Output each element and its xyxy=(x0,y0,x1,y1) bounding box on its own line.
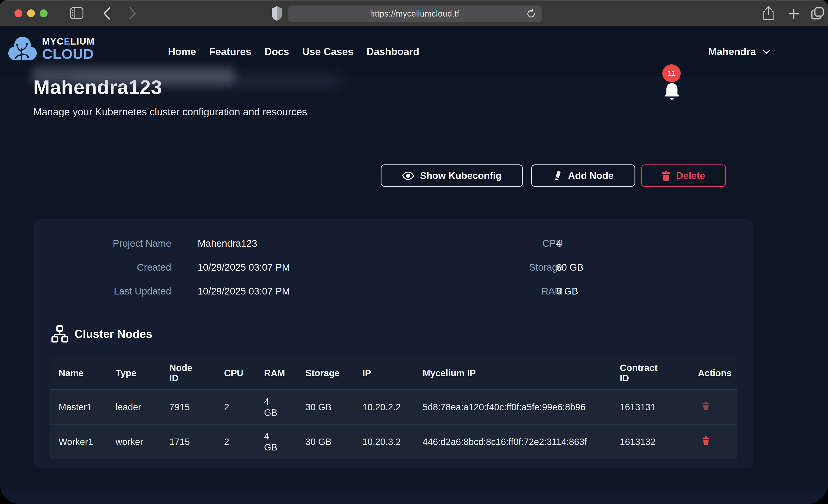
url-bar[interactable]: https://myceliumcloud.tf xyxy=(288,5,542,22)
page-subtitle: Manage your Kubernetes cluster configura… xyxy=(33,106,307,118)
minimize-window-button[interactable] xyxy=(27,9,35,17)
brand-logo[interactable]: MYCELIUM CLOUD xyxy=(7,35,95,63)
node-actions xyxy=(690,390,737,424)
bell-icon xyxy=(661,81,683,103)
col-contract-id: Contract ID xyxy=(611,357,690,390)
col-node-id: Node ID xyxy=(161,357,215,390)
cloud-logo-icon xyxy=(7,35,38,63)
col-ip: IP xyxy=(354,357,414,390)
cluster-nodes-table: Name Type Node ID CPU RAM Storage IP Myc… xyxy=(50,357,737,459)
chevron-down-icon xyxy=(762,49,771,54)
delete-node-button[interactable] xyxy=(698,436,709,445)
browser-chrome: https://myceliumcloud.tf xyxy=(0,0,828,26)
col-mycelium-ip: Mycelium IP xyxy=(414,357,611,390)
ram-label: RAM xyxy=(393,286,563,297)
brand-line1: MYCELIUM xyxy=(42,37,95,46)
node-cpu: 2 xyxy=(215,424,255,459)
privacy-blur-overlay-2 xyxy=(76,75,340,86)
user-name: Mahendra xyxy=(708,46,756,57)
node-contract-id: 1613131 xyxy=(611,390,690,424)
delete-cluster-button[interactable]: Delete xyxy=(641,165,726,187)
browser-window: https://myceliumcloud.tf xyxy=(0,0,828,504)
cluster-nodes-title: Cluster Nodes xyxy=(75,327,152,341)
privacy-shield-icon[interactable] xyxy=(271,5,283,21)
node-name: Master1 xyxy=(50,390,107,424)
notification-badge: 11 xyxy=(662,64,681,82)
node-ip: 10.20.2.2 xyxy=(354,390,414,424)
last-updated-label: Last Updated xyxy=(34,286,171,297)
table-row: Master1 leader 7915 2 4 GB 30 GB 10.20.2… xyxy=(50,390,737,424)
node-type: leader xyxy=(107,390,161,424)
node-type: worker xyxy=(107,424,161,459)
nav-link-home[interactable]: Home xyxy=(168,46,196,57)
cluster-details-panel: Project Name Mahendra123 Created 10/29/2… xyxy=(34,219,753,468)
col-cpu: CPU xyxy=(215,357,255,390)
cpu-value: 4 xyxy=(556,238,562,249)
project-name-label: Project Name xyxy=(34,238,171,249)
show-kubeconfig-button[interactable]: Show Kubeconfig xyxy=(381,165,523,187)
created-label: Created xyxy=(34,262,171,273)
share-icon[interactable] xyxy=(762,6,775,21)
tab-overview-icon[interactable] xyxy=(811,6,825,20)
node-ip: 10.20.3.2 xyxy=(354,424,414,459)
trash-icon xyxy=(662,171,670,181)
forward-button[interactable] xyxy=(129,7,136,20)
col-storage: Storage xyxy=(297,357,354,390)
back-button[interactable] xyxy=(103,7,111,20)
network-nodes-icon xyxy=(51,325,68,343)
node-storage: 30 GB xyxy=(297,390,354,424)
notifications-button[interactable]: 11 xyxy=(659,62,694,99)
col-type: Type xyxy=(107,357,161,390)
nav-link-use-cases[interactable]: Use Cases xyxy=(302,46,354,57)
nav-link-docs[interactable]: Docs xyxy=(264,46,289,57)
maximize-window-button[interactable] xyxy=(40,9,48,17)
node-id: 7915 xyxy=(161,390,215,424)
delete-label: Delete xyxy=(676,170,705,181)
show-kubeconfig-label: Show Kubeconfig xyxy=(420,170,502,181)
reload-icon[interactable] xyxy=(526,9,536,19)
last-updated-value: 10/29/2025 03:07 PM xyxy=(198,286,290,297)
node-id: 1715 xyxy=(161,424,215,459)
node-name: Worker1 xyxy=(50,424,107,459)
user-menu[interactable]: Mahendra xyxy=(708,26,771,77)
ram-value: 8 GB xyxy=(556,286,578,297)
col-actions: Actions xyxy=(690,357,737,390)
storage-label: Storage xyxy=(393,262,563,273)
node-mycelium-ip: 446:d2a6:8bcd:8c16:ff0f:72e2:3114:863f xyxy=(414,424,611,459)
nav-link-features[interactable]: Features xyxy=(209,46,251,57)
col-name: Name xyxy=(50,357,107,390)
table-row: Worker1 worker 1715 2 4 GB 30 GB 10.20.3… xyxy=(50,424,737,459)
storage-value: 60 GB xyxy=(556,262,583,273)
footer-band xyxy=(0,489,828,504)
cluster-nodes-heading: Cluster Nodes xyxy=(51,325,152,343)
node-mycelium-ip: 5d8:78ea:a120:f40c:ff0f:a5fe:99e6:8b96 xyxy=(414,390,611,424)
brand-wordmark: MYCELIUM CLOUD xyxy=(42,37,95,61)
project-name-label-row: Project Name xyxy=(34,237,171,250)
eye-icon xyxy=(402,172,414,180)
delete-node-button[interactable] xyxy=(698,402,709,410)
pencil-icon xyxy=(553,171,562,181)
nav-link-dashboard[interactable]: Dashboard xyxy=(367,46,419,57)
node-actions xyxy=(690,424,737,459)
col-ram: RAM xyxy=(255,357,297,390)
node-ram: 4 GB xyxy=(255,390,297,424)
add-node-label: Add Node xyxy=(568,170,614,181)
url-text: https://myceliumcloud.tf xyxy=(370,9,459,18)
close-window-button[interactable] xyxy=(14,9,22,17)
node-cpu: 2 xyxy=(215,390,255,424)
brand-line2: CLOUD xyxy=(42,47,95,61)
node-contract-id: 1613132 xyxy=(611,424,690,459)
table-header-row: Name Type Node ID CPU RAM Storage IP Myc… xyxy=(50,357,737,390)
created-value: 10/29/2025 03:07 PM xyxy=(198,262,290,273)
project-name-value: Mahendra123 xyxy=(198,238,257,249)
sidebar-toggle-icon[interactable] xyxy=(70,7,83,19)
add-node-button[interactable]: Add Node xyxy=(531,165,635,187)
new-tab-icon[interactable] xyxy=(788,8,800,20)
node-storage: 30 GB xyxy=(297,424,354,459)
cpu-label: CPU xyxy=(393,238,563,249)
node-ram: 4 GB xyxy=(255,424,297,459)
